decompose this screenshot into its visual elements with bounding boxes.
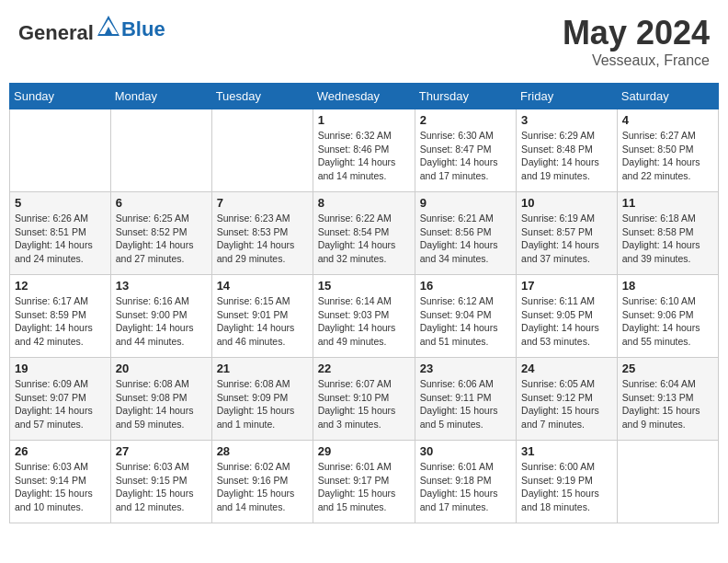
day-number: 17 xyxy=(521,279,612,293)
day-info: Sunrise: 6:18 AM Sunset: 8:58 PM Dayligh… xyxy=(622,212,713,266)
calendar-cell: 7Sunrise: 6:23 AM Sunset: 8:53 PM Daylig… xyxy=(211,192,313,275)
calendar-cell: 9Sunrise: 6:21 AM Sunset: 8:56 PM Daylig… xyxy=(415,192,516,275)
logo: General Blue xyxy=(18,14,165,45)
calendar-cell: 17Sunrise: 6:11 AM Sunset: 9:05 PM Dayli… xyxy=(517,275,618,358)
day-info: Sunrise: 6:08 AM Sunset: 9:09 PM Dayligh… xyxy=(217,377,308,431)
day-info: Sunrise: 6:21 AM Sunset: 8:56 PM Dayligh… xyxy=(420,212,511,266)
day-info: Sunrise: 6:05 AM Sunset: 9:12 PM Dayligh… xyxy=(521,377,612,431)
day-number: 3 xyxy=(521,113,612,127)
calendar-cell: 11Sunrise: 6:18 AM Sunset: 8:58 PM Dayli… xyxy=(617,192,718,275)
day-info: Sunrise: 6:01 AM Sunset: 9:18 PM Dayligh… xyxy=(420,460,511,514)
day-number: 23 xyxy=(420,362,511,375)
calendar-cell: 15Sunrise: 6:14 AM Sunset: 9:03 PM Dayli… xyxy=(313,275,415,358)
day-info: Sunrise: 6:12 AM Sunset: 9:04 PM Dayligh… xyxy=(420,294,511,349)
weekday-header-thursday: Thursday xyxy=(415,84,516,109)
day-info: Sunrise: 6:26 AM Sunset: 8:51 PM Dayligh… xyxy=(15,212,106,266)
calendar-cell: 24Sunrise: 6:05 AM Sunset: 9:12 PM Dayli… xyxy=(517,358,618,441)
day-info: Sunrise: 6:29 AM Sunset: 8:48 PM Dayligh… xyxy=(521,129,612,183)
weekday-header-wednesday: Wednesday xyxy=(313,84,415,109)
header: General Blue May 2024 Vesseaux, France xyxy=(9,9,719,74)
logo-blue-text: Blue xyxy=(121,17,165,41)
calendar-cell: 20Sunrise: 6:08 AM Sunset: 9:08 PM Dayli… xyxy=(110,358,211,441)
calendar-week-row: 5Sunrise: 6:26 AM Sunset: 8:51 PM Daylig… xyxy=(10,192,719,275)
day-info: Sunrise: 6:32 AM Sunset: 8:46 PM Dayligh… xyxy=(318,129,410,183)
weekday-header-sunday: Sunday xyxy=(10,84,111,109)
day-info: Sunrise: 6:11 AM Sunset: 9:05 PM Dayligh… xyxy=(521,294,612,349)
day-number: 22 xyxy=(318,362,410,375)
day-number: 11 xyxy=(622,196,713,210)
day-info: Sunrise: 6:07 AM Sunset: 9:10 PM Dayligh… xyxy=(318,377,410,431)
calendar-cell: 14Sunrise: 6:15 AM Sunset: 9:01 PM Dayli… xyxy=(211,275,313,358)
day-info: Sunrise: 6:25 AM Sunset: 8:52 PM Dayligh… xyxy=(116,212,207,266)
day-info: Sunrise: 6:17 AM Sunset: 8:59 PM Dayligh… xyxy=(15,294,106,349)
calendar-location: Vesseaux, France xyxy=(563,52,710,69)
calendar-cell: 28Sunrise: 6:02 AM Sunset: 9:16 PM Dayli… xyxy=(211,441,313,523)
day-info: Sunrise: 6:03 AM Sunset: 9:15 PM Dayligh… xyxy=(116,460,207,514)
calendar-cell: 22Sunrise: 6:07 AM Sunset: 9:10 PM Dayli… xyxy=(313,358,415,441)
day-info: Sunrise: 6:02 AM Sunset: 9:16 PM Dayligh… xyxy=(217,460,308,514)
day-info: Sunrise: 6:06 AM Sunset: 9:11 PM Dayligh… xyxy=(420,377,511,431)
day-info: Sunrise: 6:04 AM Sunset: 9:13 PM Dayligh… xyxy=(622,377,713,431)
day-number: 8 xyxy=(318,196,410,210)
day-info: Sunrise: 6:03 AM Sunset: 9:14 PM Dayligh… xyxy=(15,460,106,514)
day-info: Sunrise: 6:22 AM Sunset: 8:54 PM Dayligh… xyxy=(318,212,410,266)
calendar-week-row: 19Sunrise: 6:09 AM Sunset: 9:07 PM Dayli… xyxy=(10,358,719,441)
day-number: 4 xyxy=(622,113,713,127)
day-number: 13 xyxy=(116,279,207,293)
day-number: 28 xyxy=(217,444,308,458)
day-info: Sunrise: 6:16 AM Sunset: 9:00 PM Dayligh… xyxy=(116,294,207,349)
calendar-cell: 12Sunrise: 6:17 AM Sunset: 8:59 PM Dayli… xyxy=(10,275,111,358)
calendar-cell xyxy=(110,109,211,192)
day-number: 16 xyxy=(420,279,511,293)
day-number: 21 xyxy=(217,362,308,375)
day-info: Sunrise: 6:14 AM Sunset: 9:03 PM Dayligh… xyxy=(318,294,410,349)
calendar-cell: 3Sunrise: 6:29 AM Sunset: 8:48 PM Daylig… xyxy=(517,109,618,192)
day-info: Sunrise: 6:00 AM Sunset: 9:19 PM Dayligh… xyxy=(521,460,612,514)
day-number: 31 xyxy=(521,444,612,458)
title-block: May 2024 Vesseaux, France xyxy=(563,14,710,69)
day-number: 18 xyxy=(622,279,713,293)
calendar-week-row: 26Sunrise: 6:03 AM Sunset: 9:14 PM Dayli… xyxy=(10,441,719,523)
day-number: 7 xyxy=(217,196,308,210)
weekday-header-friday: Friday xyxy=(517,84,618,109)
weekday-header-saturday: Saturday xyxy=(617,84,718,109)
logo-icon xyxy=(96,14,121,40)
calendar-cell: 16Sunrise: 6:12 AM Sunset: 9:04 PM Dayli… xyxy=(415,275,516,358)
day-number: 9 xyxy=(420,196,511,210)
day-number: 29 xyxy=(318,444,410,458)
day-info: Sunrise: 6:30 AM Sunset: 8:47 PM Dayligh… xyxy=(420,129,511,183)
calendar-cell xyxy=(10,109,111,192)
calendar-cell: 13Sunrise: 6:16 AM Sunset: 9:00 PM Dayli… xyxy=(110,275,211,358)
calendar-cell: 29Sunrise: 6:01 AM Sunset: 9:17 PM Dayli… xyxy=(313,441,415,523)
day-info: Sunrise: 6:27 AM Sunset: 8:50 PM Dayligh… xyxy=(622,129,713,183)
calendar-cell: 10Sunrise: 6:19 AM Sunset: 8:57 PM Dayli… xyxy=(517,192,618,275)
calendar-cell: 31Sunrise: 6:00 AM Sunset: 9:19 PM Dayli… xyxy=(517,441,618,523)
day-number: 26 xyxy=(15,444,106,458)
calendar-cell xyxy=(617,441,718,523)
weekday-header-row: SundayMondayTuesdayWednesdayThursdayFrid… xyxy=(10,84,719,109)
day-info: Sunrise: 6:09 AM Sunset: 9:07 PM Dayligh… xyxy=(15,377,106,431)
calendar-cell: 8Sunrise: 6:22 AM Sunset: 8:54 PM Daylig… xyxy=(313,192,415,275)
day-number: 10 xyxy=(521,196,612,210)
day-info: Sunrise: 6:15 AM Sunset: 9:01 PM Dayligh… xyxy=(217,294,308,349)
day-number: 12 xyxy=(15,279,106,293)
day-number: 1 xyxy=(318,113,410,127)
day-info: Sunrise: 6:01 AM Sunset: 9:17 PM Dayligh… xyxy=(318,460,410,514)
day-number: 24 xyxy=(521,362,612,375)
calendar-title: May 2024 xyxy=(563,14,710,52)
logo-general-text: General xyxy=(18,21,94,44)
day-info: Sunrise: 6:10 AM Sunset: 9:06 PM Dayligh… xyxy=(622,294,713,349)
calendar-cell: 2Sunrise: 6:30 AM Sunset: 8:47 PM Daylig… xyxy=(415,109,516,192)
day-number: 20 xyxy=(116,362,207,375)
calendar-cell: 18Sunrise: 6:10 AM Sunset: 9:06 PM Dayli… xyxy=(617,275,718,358)
calendar-table: SundayMondayTuesdayWednesdayThursdayFrid… xyxy=(9,83,719,523)
calendar-cell: 23Sunrise: 6:06 AM Sunset: 9:11 PM Dayli… xyxy=(415,358,516,441)
calendar-week-row: 1Sunrise: 6:32 AM Sunset: 8:46 PM Daylig… xyxy=(10,109,719,192)
calendar-cell: 27Sunrise: 6:03 AM Sunset: 9:15 PM Dayli… xyxy=(110,441,211,523)
day-info: Sunrise: 6:23 AM Sunset: 8:53 PM Dayligh… xyxy=(217,212,308,266)
day-info: Sunrise: 6:19 AM Sunset: 8:57 PM Dayligh… xyxy=(521,212,612,266)
day-number: 2 xyxy=(420,113,511,127)
calendar-cell: 26Sunrise: 6:03 AM Sunset: 9:14 PM Dayli… xyxy=(10,441,111,523)
calendar-cell: 25Sunrise: 6:04 AM Sunset: 9:13 PM Dayli… xyxy=(617,358,718,441)
day-number: 25 xyxy=(622,362,713,375)
